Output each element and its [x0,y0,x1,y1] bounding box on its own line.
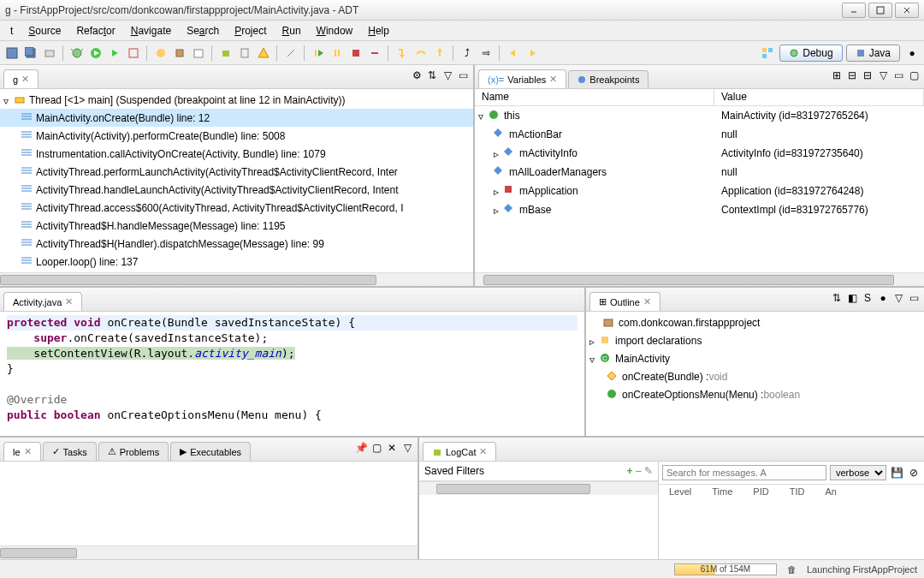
terminate-icon[interactable] [347,45,364,62]
print-icon[interactable] [41,45,58,62]
tab-outline[interactable]: ⊞ Outline ✕ [589,292,660,311]
resume-icon[interactable] [310,45,327,62]
menu-navigate[interactable]: Navigate [124,22,178,39]
save-icon[interactable] [3,45,21,62]
tab-logcat[interactable]: LogCat ✕ [423,442,496,461]
perspective-more-icon[interactable]: ● [903,45,921,62]
drop-frame-icon[interactable]: ⤴ [459,45,476,62]
stack-frame[interactable]: ActivityThread.handleLaunchActivity(Acti… [0,181,473,199]
minimize-view-icon[interactable]: ▭ [907,291,921,305]
tab-editor[interactable]: Activity.java✕ [3,292,82,311]
close-icon[interactable]: ✕ [21,74,29,85]
pin-icon[interactable]: 📌 [354,441,368,455]
back-icon[interactable] [505,45,522,62]
close-icon[interactable]: ✕ [549,74,557,85]
minimize-view-icon[interactable]: ▭ [456,69,470,82]
menu-search[interactable]: Search [180,22,226,39]
maximize-view-icon[interactable]: ▢ [907,69,921,82]
view-menu-icon[interactable]: ▽ [876,69,890,82]
save-all-icon[interactable] [22,45,39,62]
forward-icon[interactable] [524,45,541,62]
clear-log-icon[interactable]: ⊘ [907,466,921,480]
outline-class[interactable]: ▿CMainActivity [586,349,924,367]
hscroll[interactable] [475,272,924,286]
external-tools-icon[interactable] [125,45,142,62]
var-row[interactable]: ▹mApplication Application (id=8319727642… [475,182,924,200]
tab-console[interactable]: le✕ [3,442,41,461]
debug-icon[interactable] [68,45,86,62]
debug-toolbar-icon2[interactable]: ⇅ [425,69,439,82]
trash-icon[interactable]: 🗑 [787,564,797,575]
view-menu-icon[interactable]: ▽ [441,69,454,82]
android-sdk-icon[interactable] [217,45,234,62]
show-type-names-icon[interactable]: ⊞ [830,69,844,82]
stack-frame[interactable]: ActivityThread$H(Handler).dispatchMessag… [0,235,473,253]
var-row[interactable]: mActionBar null [475,125,924,144]
close-icon[interactable]: ✕ [643,296,651,307]
perspective-java[interactable]: Java [846,45,900,62]
run-icon[interactable] [87,45,104,62]
outline-imports[interactable]: ▹import declarations [586,331,924,349]
remove-filter-icon[interactable]: – [636,465,642,477]
col-value[interactable]: Value [714,89,924,105]
code-editor[interactable]: protected void onCreate(Bundle savedInst… [0,312,584,436]
run-last-icon[interactable] [106,45,123,62]
tab-variables[interactable]: (x)= Variables ✕ [478,69,566,88]
edit-filter-icon[interactable]: ✎ [644,465,653,477]
stack-frame[interactable]: MainActivity(Activity).performCreate(Bun… [0,127,473,145]
debug-tree[interactable]: ▿ Thread [<1> main] (Suspended (breakpoi… [0,89,473,272]
view-menu-icon[interactable]: ▽ [891,291,905,305]
hscroll[interactable] [0,272,473,286]
var-row[interactable]: mAllLoaderManagers null [475,163,924,182]
tab-problems[interactable]: ⚠Problems [98,442,169,461]
menu-help[interactable]: Help [361,22,396,39]
logcat-search-input[interactable] [662,465,826,480]
stack-frame[interactable]: ActivityThread.access$600(ActivityThread… [0,199,473,217]
var-row[interactable]: ▿this MainActivity (id=831972765264) [475,106,924,125]
var-row[interactable]: ▹mActivityInfo ActivityInfo (id=83197273… [475,144,924,163]
step-over-icon[interactable] [412,45,429,62]
close-icon[interactable]: ✕ [65,296,73,307]
menu-source[interactable]: Source [21,22,68,39]
vars-tree[interactable]: ▿this MainActivity (id=831972765264) mAc… [475,106,924,272]
disconnect-icon[interactable] [366,45,383,62]
minimize-view-icon[interactable]: ▭ [891,69,905,82]
hide-fields-icon[interactable]: ◧ [845,291,859,305]
hscroll[interactable] [419,481,658,495]
hscroll[interactable] [0,545,418,559]
menu-run[interactable]: Run [275,22,308,39]
thread-row[interactable]: ▿ Thread [<1> main] (Suspended (breakpoi… [0,91,473,109]
menu-window[interactable]: Window [310,22,360,39]
sort-icon[interactable]: ⇅ [830,291,844,305]
lint-icon[interactable] [255,45,272,62]
heap-status[interactable]: 61M of 154M [674,563,777,575]
close-button[interactable] [895,3,919,18]
use-step-filters-icon[interactable]: ⥤ [477,45,495,62]
tab-tasks[interactable]: ✓Tasks [43,442,97,461]
logcat-level-select[interactable]: verbose [830,465,886,480]
tab-breakpoints[interactable]: Breakpoints [568,70,649,88]
hide-static-icon[interactable]: S [861,291,874,305]
stack-frame[interactable]: Instrumentation.callActivityOnCreate(Act… [0,145,473,163]
col-name[interactable]: Name [475,89,714,105]
stack-frame[interactable]: ActivityThread$H.handleMessage(Message) … [0,217,473,235]
tab-debug[interactable]: g ✕ [3,69,38,88]
perspective-debug[interactable]: Debug [779,45,842,62]
open-perspective-icon[interactable] [759,45,776,62]
avd-icon[interactable] [236,45,253,62]
new-package-icon[interactable] [171,45,188,62]
stack-frame[interactable]: ActivityThread.performLaunchActivity(Act… [0,163,473,181]
add-filter-icon[interactable]: + [627,465,633,477]
minimize-button[interactable] [842,3,866,18]
clear-icon[interactable]: ✕ [385,441,399,455]
save-log-icon[interactable]: 💾 [890,466,903,480]
open-type-icon[interactable] [190,45,207,62]
menu-project[interactable]: Project [228,22,273,39]
menu-refactor[interactable]: Refactor [69,22,121,39]
outline-method[interactable]: onCreateOptionsMenu(Menu) : boolean [586,385,924,403]
outline-package[interactable]: com.donkcowan.firstappproject [586,313,924,331]
debug-toolbar-icon[interactable]: ⚙ [410,69,424,82]
stack-frame[interactable]: MainActivity.onCreate(Bundle) line: 12 [0,109,473,127]
step-into-icon[interactable] [394,45,411,62]
tab-executables[interactable]: ▶Executables [170,442,251,461]
